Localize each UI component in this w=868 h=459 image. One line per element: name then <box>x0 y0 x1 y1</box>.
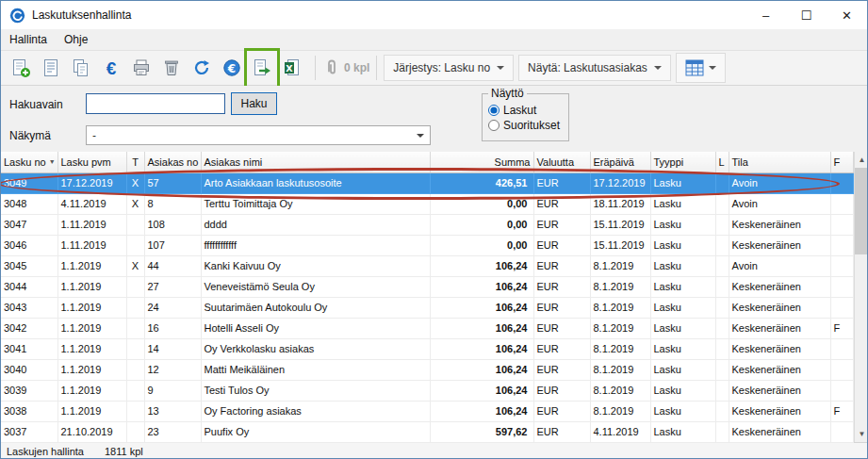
table-cell: 12 <box>144 359 201 380</box>
laskut-radio[interactable] <box>488 105 500 116</box>
refresh-button[interactable] <box>188 54 216 82</box>
column-header-lasku-pvm[interactable]: Lasku pvm <box>57 152 126 172</box>
table-cell: 1.1.2019 <box>57 297 126 318</box>
column-header-tila[interactable]: Tila <box>729 152 830 172</box>
vertical-scrollbar[interactable]: ▲ ▼ <box>854 152 868 442</box>
chevron-down-icon <box>497 66 504 70</box>
table-cell: 106,24 <box>430 401 533 421</box>
open-invoice-button[interactable] <box>37 54 65 82</box>
record-count: 1811 kpl <box>105 446 143 457</box>
table-row[interactable]: 30441.1.2019 27 Veneveistämö Seula Oy106… <box>1 276 853 297</box>
table-row[interactable]: 304917.12.2019 X57 Arto Asiakkaan laskut… <box>1 172 853 193</box>
table-row[interactable]: 30431.1.2019 24 Suutarimäen Autokoulu Oy… <box>1 297 853 318</box>
sort-dropdown[interactable]: Järjestys: Lasku no <box>384 55 514 81</box>
currency-button[interactable]: € <box>218 54 246 82</box>
table-cell: EUR <box>533 380 590 401</box>
scroll-down-icon[interactable]: ▼ <box>854 426 868 442</box>
column-header-l[interactable]: L <box>715 152 729 172</box>
table-cell: 8.1.2019 <box>590 276 650 297</box>
table-cell: Avoin <box>729 193 830 214</box>
table-cell: 1.1.2019 <box>57 318 126 338</box>
scroll-up-icon[interactable]: ▲ <box>854 152 868 168</box>
table-cell: Avoin <box>729 255 830 276</box>
table-row[interactable]: 30411.1.2019 14 Oy Verkkolasku asiakas10… <box>1 338 853 359</box>
table-cell: 106,24 <box>430 255 533 276</box>
grid-view-dropdown[interactable] <box>676 53 726 83</box>
table-cell: 1.11.2019 <box>57 214 126 235</box>
toolbar: € € <box>1 50 867 86</box>
radio-option-laskut[interactable]: Laskut <box>488 104 563 117</box>
table-cell: EUR <box>533 401 590 421</box>
table-row[interactable]: 30461.11.2019 107 ffffffffffff0,00 EUR15… <box>1 235 853 255</box>
attachments-button[interactable]: 0 kpl <box>322 58 369 77</box>
column-header-erapaiva[interactable]: Eräpäivä <box>590 152 650 172</box>
table-cell: 14 <box>144 338 201 359</box>
table-row[interactable]: 30484.11.2019 X8 Terttu Toimittaja Oy0,0… <box>1 193 853 214</box>
column-header-tyyppi[interactable]: Tyyppi <box>650 152 715 172</box>
copy-invoice-button[interactable] <box>67 54 95 82</box>
table-cell: EUR <box>533 172 590 193</box>
print-button[interactable] <box>127 54 156 82</box>
table-row[interactable]: 30401.1.2019 12 Matti Meikäläinen106,24 … <box>1 359 853 380</box>
table-row[interactable]: 30451.1.2019 X44 Kanki Kaivuu Oy106,24 E… <box>1 255 853 276</box>
view-filter-dropdown[interactable]: Näytä: Laskutusasiakas <box>518 55 671 81</box>
display-groupbox: Näyttö Laskut Suoritukset <box>482 87 569 141</box>
euro-icon: € <box>106 59 117 77</box>
scrollbar-thumb[interactable] <box>855 168 868 254</box>
table-cell: Lasku <box>650 318 715 338</box>
title-bar: Laskutuksenhallinta – ☐ ✕ <box>1 1 867 29</box>
table-cell: EUR <box>533 193 590 214</box>
table-cell: 21.10.2019 <box>57 421 126 442</box>
table-cell <box>830 297 853 318</box>
column-header-asiakas-nimi[interactable]: Asiakas nimi <box>201 152 430 172</box>
excel-export-button[interactable]: X <box>278 54 306 82</box>
table-cell <box>830 380 853 401</box>
table-cell: Keskeneräinen <box>729 297 830 318</box>
column-header-summa[interactable]: Summa <box>430 152 533 172</box>
search-button[interactable]: Haku <box>231 92 277 115</box>
new-invoice-button[interactable] <box>7 54 35 82</box>
column-header-valuutta[interactable]: Valuutta <box>533 152 590 172</box>
table-cell: dddd <box>201 214 430 235</box>
suoritukset-radio[interactable] <box>488 120 500 131</box>
column-header-asiakas-no[interactable]: Asiakas no <box>144 152 201 172</box>
table-cell: 3044 <box>1 276 57 297</box>
table-row[interactable]: 30381.1.2019 13 Oy Factoring asiakas106,… <box>1 401 853 421</box>
maximize-button[interactable]: ☐ <box>786 1 827 29</box>
status-text: Laskujen hallinta <box>7 446 84 457</box>
column-header-f[interactable]: F <box>830 152 853 172</box>
view-select[interactable]: - <box>86 125 431 145</box>
table-cell: 3045 <box>1 255 57 276</box>
table-cell: X <box>126 193 144 214</box>
table-cell: Matti Meikäläinen <box>201 359 430 380</box>
column-header-lasku-no[interactable]: Lasku no▼ <box>1 152 57 172</box>
menu-ohje[interactable]: Ohje <box>56 30 96 49</box>
menu-hallinta[interactable]: Hallinta <box>1 30 56 49</box>
table-cell: Keskeneräinen <box>729 380 830 401</box>
delete-invoice-button[interactable] <box>157 54 186 82</box>
table-cell: Lasku <box>650 401 715 421</box>
table-cell: EUR <box>533 235 590 255</box>
close-button[interactable]: ✕ <box>827 1 867 29</box>
table-cell: 0,00 <box>430 235 533 255</box>
table-cell: Keskeneräinen <box>729 318 830 338</box>
euro-invoice-button[interactable]: € <box>97 54 125 82</box>
table-cell: 106,24 <box>430 297 533 318</box>
column-header-t[interactable]: T <box>126 152 144 172</box>
table-row[interactable]: 303721.10.2019 23 Puufix Oy597,62 EUR4.1… <box>1 421 853 442</box>
table-cell <box>126 276 144 297</box>
export-invoice-button[interactable] <box>248 54 276 82</box>
table-cell: 23 <box>144 421 201 442</box>
table-row[interactable]: 30391.1.2019 9 Testi Tulos Oy106,24 EUR8… <box>1 380 853 401</box>
table-row[interactable]: 30421.1.2019 16 Hotelli Asseli Oy106,24 … <box>1 318 853 338</box>
search-input[interactable] <box>86 93 225 114</box>
table-cell: 1.1.2019 <box>57 401 126 421</box>
minimize-button[interactable]: – <box>745 1 786 29</box>
table-cell: Lasku <box>650 172 715 193</box>
table-cell: Avoin <box>729 172 830 193</box>
radio-option-suoritukset[interactable]: Suoritukset <box>488 119 563 132</box>
table-cell: 3046 <box>1 235 57 255</box>
scrollbar-track[interactable] <box>854 168 868 426</box>
table-row[interactable]: 30471.11.2019 108 dddd0,00 EUR15.11.2019… <box>1 214 853 235</box>
copy-invoice-icon <box>71 57 91 78</box>
